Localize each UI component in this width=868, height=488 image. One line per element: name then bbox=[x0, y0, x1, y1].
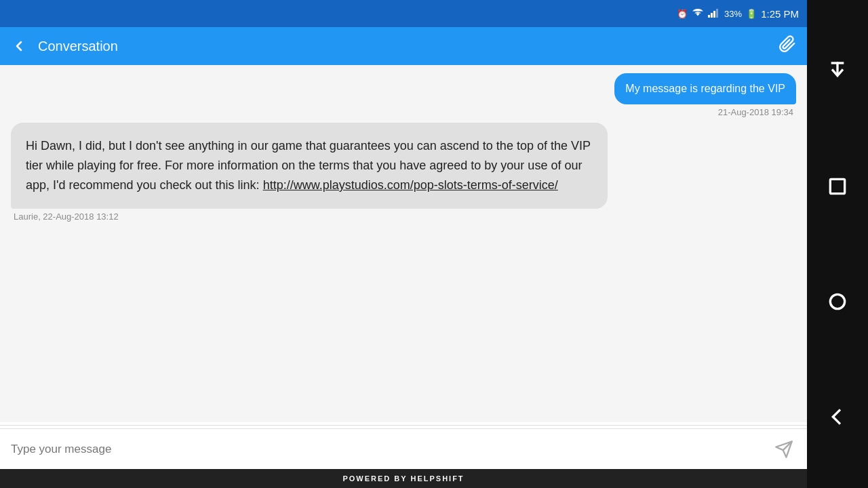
back-nav-icon[interactable] bbox=[827, 406, 848, 428]
home-icon[interactable] bbox=[827, 291, 848, 312]
svg-point-10 bbox=[830, 294, 844, 308]
outgoing-bubble: My message is regarding the VIP bbox=[614, 73, 796, 104]
message-outgoing: My message is regarding the VIP 21-Aug-2… bbox=[614, 73, 796, 117]
outgoing-time: 21-Aug-2018 19:34 bbox=[614, 107, 796, 117]
svg-rect-3 bbox=[716, 9, 718, 18]
battery-percentage: 33% bbox=[724, 9, 742, 19]
back-button[interactable] bbox=[11, 38, 27, 54]
page-title: Conversation bbox=[38, 39, 118, 54]
input-divider bbox=[0, 425, 807, 426]
window-icon[interactable] bbox=[827, 176, 848, 197]
svg-rect-1 bbox=[711, 13, 713, 18]
chat-area: My message is regarding the VIP 21-Aug-2… bbox=[0, 65, 807, 422]
terms-link[interactable]: http://www.playstudios.com/pop-slots-ter… bbox=[263, 178, 558, 192]
alarm-icon: ⏰ bbox=[677, 9, 688, 19]
input-area bbox=[0, 428, 807, 469]
incoming-bubble: Hi Dawn, I did, but I don't see anything… bbox=[11, 123, 608, 208]
svg-rect-2 bbox=[713, 11, 715, 18]
wifi-icon bbox=[692, 8, 704, 20]
sender-time: Laurie, 22-Aug-2018 13:12 bbox=[11, 211, 608, 222]
outgoing-text: My message is regarding the VIP bbox=[625, 83, 785, 94]
app-bar: Conversation bbox=[0, 27, 807, 65]
status-bar: ⏰ 33% 🔋 bbox=[0, 0, 807, 27]
svg-rect-0 bbox=[708, 15, 710, 18]
app-bar-left: Conversation bbox=[11, 38, 118, 54]
svg-rect-9 bbox=[830, 179, 844, 193]
message-input[interactable] bbox=[11, 443, 769, 456]
nav-bar bbox=[807, 0, 868, 488]
footer-text: POWERED BY HELPSHIFT bbox=[342, 474, 464, 483]
footer: POWERED BY HELPSHIFT bbox=[0, 469, 807, 488]
incoming-text: Hi Dawn, I did, but I don't see anything… bbox=[26, 139, 591, 192]
attach-icon[interactable] bbox=[778, 35, 796, 57]
status-icons: ⏰ 33% 🔋 bbox=[677, 8, 799, 20]
send-button[interactable] bbox=[769, 434, 799, 464]
signal-icon bbox=[708, 8, 720, 20]
status-time: 1:25 PM bbox=[761, 8, 799, 20]
message-incoming: Hi Dawn, I did, but I don't see anything… bbox=[11, 123, 608, 221]
battery-icon: 🔋 bbox=[746, 9, 757, 19]
download-icon[interactable] bbox=[827, 60, 848, 82]
